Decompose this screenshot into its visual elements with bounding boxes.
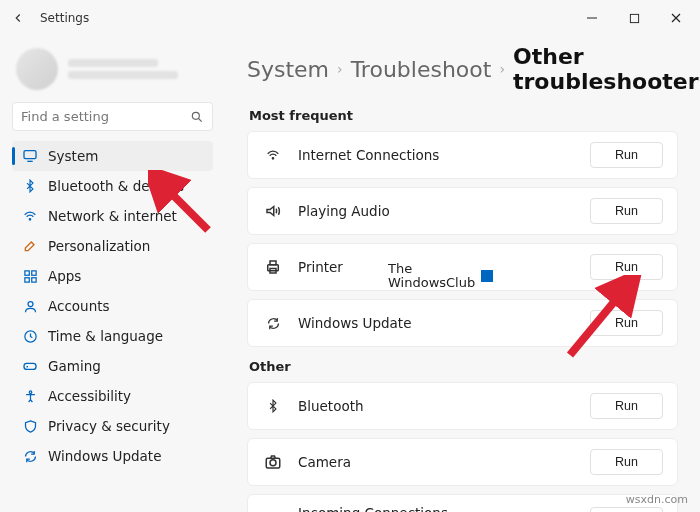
svg-rect-10 — [31, 277, 35, 281]
nav-list: SystemBluetooth & devicesNetwork & inter… — [12, 141, 213, 471]
sidebar-item-bluetooth-devices[interactable]: Bluetooth & devices — [12, 171, 213, 201]
sidebar-item-label: Accounts — [48, 298, 110, 314]
close-button[interactable] — [660, 6, 692, 30]
app-title: Settings — [40, 11, 89, 25]
section-other: Other — [249, 359, 678, 374]
footer-credit: wsxdn.com — [626, 493, 688, 506]
sidebar-item-privacy-security[interactable]: Privacy & security — [12, 411, 213, 441]
run-button[interactable]: Run — [590, 310, 663, 336]
search-input[interactable]: Find a setting — [12, 102, 213, 131]
card-title: Printer — [298, 259, 590, 275]
sidebar-item-personalization[interactable]: Personalization — [12, 231, 213, 261]
sidebar-item-label: Bluetooth & devices — [48, 178, 184, 194]
printer-icon — [262, 256, 284, 278]
card-title: Camera — [298, 454, 590, 470]
shield-icon — [22, 418, 38, 434]
sidebar: Find a setting SystemBluetooth & devices… — [0, 36, 225, 512]
content-area: System › Troubleshoot › Other troublesho… — [225, 36, 700, 512]
sidebar-item-accounts[interactable]: Accounts — [12, 291, 213, 321]
game-icon — [22, 358, 38, 374]
avatar — [16, 48, 58, 90]
card-title: Bluetooth — [298, 398, 590, 414]
sidebar-item-network-internet[interactable]: Network & internet — [12, 201, 213, 231]
card-title: Incoming Connections — [298, 505, 590, 512]
sidebar-item-label: Time & language — [48, 328, 163, 344]
card-title: Internet Connections — [298, 147, 590, 163]
svg-rect-7 — [24, 270, 28, 274]
troubleshooter-card: PrinterRun — [247, 243, 678, 291]
search-placeholder: Find a setting — [21, 109, 109, 124]
wifi-icon — [262, 144, 284, 166]
troubleshooter-card: CameraRun — [247, 438, 678, 486]
clock-icon — [22, 328, 38, 344]
chevron-right-icon: › — [499, 61, 505, 77]
svg-rect-19 — [270, 261, 276, 265]
update-icon — [262, 312, 284, 334]
brush-icon — [22, 238, 38, 254]
crumb-system[interactable]: System — [247, 57, 329, 82]
access-icon — [22, 388, 38, 404]
sidebar-item-label: Network & internet — [48, 208, 177, 224]
sidebar-item-label: Privacy & security — [48, 418, 170, 434]
run-button[interactable]: Run — [590, 449, 663, 475]
svg-line-3 — [199, 118, 202, 121]
update-icon — [22, 448, 38, 464]
svg-point-6 — [29, 219, 30, 220]
svg-rect-13 — [24, 363, 36, 369]
wifi-icon — [22, 208, 38, 224]
monitor-icon — [22, 148, 38, 164]
maximize-button[interactable] — [618, 6, 650, 30]
svg-point-2 — [192, 112, 199, 119]
section-most-frequent: Most frequent — [249, 108, 678, 123]
troubleshooter-card: Windows UpdateRun — [247, 299, 678, 347]
svg-point-11 — [28, 301, 33, 306]
breadcrumb: System › Troubleshoot › Other troublesho… — [247, 44, 678, 94]
sidebar-item-label: Personalization — [48, 238, 150, 254]
bluetooth-icon — [262, 395, 284, 417]
troubleshooter-card: Incoming ConnectionsFind and fix problem… — [247, 494, 678, 512]
svg-rect-9 — [24, 277, 28, 281]
run-button[interactable]: Run — [590, 507, 663, 513]
sidebar-item-system[interactable]: System — [12, 141, 213, 171]
run-button[interactable]: Run — [590, 254, 663, 280]
camera-icon — [262, 451, 284, 473]
crumb-troubleshoot[interactable]: Troubleshoot — [351, 57, 492, 82]
sidebar-item-label: Apps — [48, 268, 81, 284]
run-button[interactable]: Run — [590, 393, 663, 419]
incoming-icon — [262, 509, 284, 513]
title-bar: Settings — [0, 0, 700, 36]
person-icon — [22, 298, 38, 314]
svg-rect-1 — [630, 14, 638, 22]
back-button[interactable] — [8, 8, 28, 28]
account-header[interactable] — [12, 44, 213, 102]
run-button[interactable]: Run — [590, 198, 663, 224]
svg-point-16 — [29, 390, 32, 393]
svg-point-22 — [270, 460, 276, 466]
sidebar-item-label: System — [48, 148, 98, 164]
sidebar-item-label: Accessibility — [48, 388, 131, 404]
apps-icon — [22, 268, 38, 284]
troubleshooter-card: BluetoothRun — [247, 382, 678, 430]
troubleshooter-card: Playing AudioRun — [247, 187, 678, 235]
troubleshooter-card: Internet ConnectionsRun — [247, 131, 678, 179]
run-button[interactable]: Run — [590, 142, 663, 168]
sidebar-item-label: Gaming — [48, 358, 101, 374]
page-title: Other troubleshooters — [513, 44, 700, 94]
search-icon — [190, 110, 204, 124]
sidebar-item-apps[interactable]: Apps — [12, 261, 213, 291]
card-title: Windows Update — [298, 315, 590, 331]
bluetooth-icon — [22, 178, 38, 194]
sidebar-item-gaming[interactable]: Gaming — [12, 351, 213, 381]
card-title: Playing Audio — [298, 203, 590, 219]
sidebar-item-accessibility[interactable]: Accessibility — [12, 381, 213, 411]
audio-icon — [262, 200, 284, 222]
sidebar-item-windows-update[interactable]: Windows Update — [12, 441, 213, 471]
sidebar-item-label: Windows Update — [48, 448, 161, 464]
svg-rect-4 — [24, 151, 36, 159]
chevron-right-icon: › — [337, 61, 343, 77]
sidebar-item-time-language[interactable]: Time & language — [12, 321, 213, 351]
svg-point-17 — [272, 158, 273, 159]
minimize-button[interactable] — [576, 6, 608, 30]
svg-rect-8 — [31, 270, 35, 274]
